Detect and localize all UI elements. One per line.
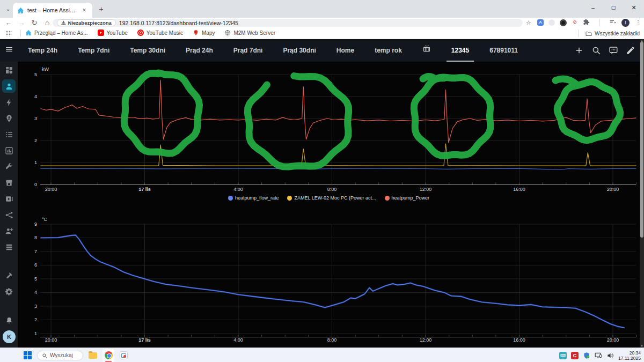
ha-tab-prąd-24h[interactable]: Prąd 24h [175,39,223,62]
edit-pencil-icon[interactable] [626,46,635,55]
legend-dot [228,196,233,201]
teal-app-tray-icon[interactable]: ⌨ [559,352,567,359]
tab-search-chevron-icon[interactable]: ⌄ [3,4,13,14]
tab-close-icon[interactable]: × [80,6,88,14]
ha-tab-67891011[interactable]: 67891011 [479,39,528,62]
all-bookmarks-button[interactable]: Wszystkie zakładki [574,27,640,39]
sidebar-item-lightning-bolt[interactable] [2,95,16,109]
forward-arrow-icon[interactable]: → [15,19,28,27]
extension-circle-icon[interactable] [560,19,567,26]
sidebar-item-logbook-list[interactable] [2,128,16,141]
plus-icon[interactable] [574,46,584,55]
sidebar-item-media[interactable] [2,192,16,205]
ha-tab-temp-24h[interactable]: Temp 24h [18,39,68,62]
sidebar-item-view-grid[interactable] [2,63,16,77]
assist-chat-icon[interactable] [609,46,618,55]
ha-tab-temp-7dni[interactable]: Temp 7dni [68,39,120,62]
translate-icon[interactable]: A [537,19,544,26]
youtube-favicon [98,29,104,37]
svg-text:12:00: 12:00 [420,337,432,343]
file-explorer-icon[interactable] [89,352,97,359]
ha-tab-home[interactable]: Home [326,39,364,62]
start-button[interactable] [24,351,32,359]
maximize-button[interactable]: ▢ [603,0,624,16]
bookmark-item[interactable]: M2M Web Server [224,29,275,37]
sidebar-item-person[interactable] [2,79,16,93]
taskbar-clock[interactable]: 20:34 17.11.2025 [618,350,641,361]
home-icon[interactable]: ⌂ [41,18,54,27]
sidebar-item-hammer[interactable] [2,269,16,282]
svg-text:5: 5 [34,276,37,282]
ha-tab-prąd-7dni[interactable]: Prąd 7dni [223,39,273,62]
radiator-tab-icon[interactable] [412,39,441,62]
ha-tab-12345[interactable]: 12345 [441,39,479,62]
legend-dot [287,196,292,201]
svg-text:16:00: 16:00 [513,187,525,192]
apps-grid-icon[interactable] [5,30,12,36]
user-avatar[interactable]: K [3,330,16,343]
snipping-tool-icon[interactable] [120,351,128,359]
close-window-button[interactable]: ✕ [624,0,644,16]
bookmark-item[interactable]: YouTube [98,29,128,37]
menu-dots-icon[interactable]: ⋮ [634,19,642,26]
ha-tab-prąd-30dni[interactable]: Prąd 30dni [273,39,326,62]
bookmark-label: Przegląd – Home As... [34,30,88,36]
svg-text:20:00: 20:00 [607,187,619,192]
security-chip[interactable]: ⚠ Niezabezpieczona [57,19,116,26]
browser-tab[interactable]: test – Home Assistant × [13,3,92,18]
extensions-puzzle-icon[interactable] [583,19,590,26]
legend-item[interactable]: heatpump_flow_rate [228,195,279,201]
ha-tab-temp-rok[interactable]: temp rok [364,39,412,62]
reload-icon[interactable]: ↻ [28,19,41,27]
ha-tab-temp-30dni[interactable]: Temp 30dni [120,39,175,62]
sidebar-item-person-add[interactable] [2,224,16,238]
svg-text:17 lis: 17 lis [138,187,151,192]
bookmark-star-icon[interactable]: ☆ [525,19,532,26]
scrollbar-thumb[interactable] [640,42,643,238]
search-icon[interactable] [591,46,601,55]
bookmark-item[interactable]: Mapy [193,29,215,37]
youtube-music-favicon [137,29,144,37]
svg-text:3: 3 [34,116,37,121]
globe-favicon [224,29,231,37]
svg-text:0: 0 [34,182,37,187]
svg-text:4: 4 [34,94,37,99]
bookmark-item[interactable]: YouTube Music [137,29,183,37]
address-bar[interactable]: ⚠ Niezabezpieczona 192.168.0.117:8123/da… [53,19,523,27]
legend-dot [385,196,390,201]
sidebar-item-gear[interactable] [2,285,16,298]
svg-text:3: 3 [34,304,37,309]
bookmark-item[interactable]: Przegląd – Home As... [25,29,88,37]
sidebar-item-layers[interactable] [2,240,16,254]
extension-lock-icon[interactable] [548,19,555,26]
toolbar-divider [599,19,600,26]
svg-text:5: 5 [34,72,37,77]
profile-avatar[interactable]: I [621,19,630,27]
sidebar-item-wrench[interactable] [2,160,16,173]
legend-label: heatpump_Power [392,195,430,201]
extension-red-icon[interactable]: ⊘ [572,19,578,26]
sidebar-item-node-red[interactable] [2,208,16,221]
chrome-taskbar-icon[interactable] [103,349,114,362]
back-arrow-icon[interactable]: ← [2,19,15,27]
sidebar-toggle-icon[interactable] [0,45,18,56]
sidebar-item-map-marker-person[interactable] [2,112,16,125]
monitor-tray-icon[interactable] [595,352,602,359]
taskbar-search[interactable]: Wyszukaj [37,351,83,360]
volume-icon[interactable] [606,352,614,359]
page-scrollbar[interactable]: ▲ ▼ [640,39,644,348]
red-c-app-tray-icon[interactable]: C [571,352,579,359]
legend-item[interactable]: ZAMEL LEW-02 Moc PC (Power act... [287,195,376,201]
search-icon [42,353,47,358]
minimize-button[interactable]: – [583,0,603,16]
svg-text:1: 1 [34,331,37,336]
notifications-bell-icon[interactable] [2,314,16,327]
sidebar-item-hacs-store[interactable] [2,176,16,189]
legend-item[interactable]: heatpump_Power [385,195,430,201]
bookmark-label: YouTube [107,30,128,36]
security-shield-icon[interactable] [583,352,590,359]
home-assistant-favicon [17,7,24,14]
sidebar-item-history-chart[interactable] [2,144,16,157]
profile-switch-icon[interactable] [609,19,617,26]
new-tab-button[interactable]: + [97,5,106,14]
